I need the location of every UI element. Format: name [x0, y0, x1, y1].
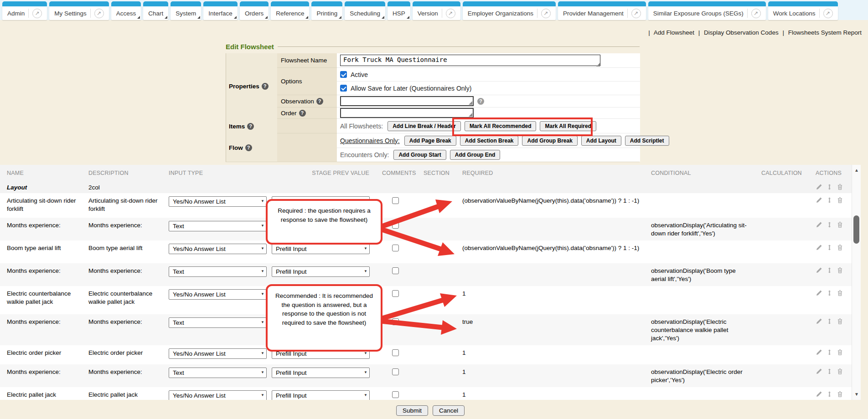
active-checkbox[interactable] [340, 71, 347, 78]
add-flowsheet-link[interactable]: Add Flowsheet [654, 29, 694, 36]
tab-interface[interactable]: Interface [203, 1, 238, 20]
tab-chart[interactable]: Chart [143, 1, 168, 20]
tab-system[interactable]: System [170, 1, 201, 20]
tab-employer-organizations[interactable]: Employer Organizations [463, 1, 556, 20]
flowsheet-name-input[interactable]: Fork Truck MA Questionnaire [340, 55, 600, 66]
input-type-select[interactable]: Text▼ [169, 368, 267, 378]
tab-printing[interactable]: Printing [311, 1, 342, 20]
delete-icon[interactable] [837, 349, 843, 356]
input-type-select[interactable]: Yes/No Answer List▼ [169, 289, 267, 300]
help-icon[interactable] [245, 144, 252, 151]
tab-orders[interactable]: Orders [240, 1, 269, 20]
comments-checkbox[interactable] [392, 318, 399, 325]
add-group-start-button[interactable]: Add Group Start [393, 150, 446, 160]
stage-prev-value-select[interactable]: Prefill Input▼ [272, 368, 370, 378]
table-scrollbar[interactable] [852, 165, 861, 400]
delete-icon[interactable] [837, 290, 843, 296]
questionnaires-only-label[interactable]: Questionnaires Only: [340, 137, 400, 144]
help-icon[interactable] [299, 110, 306, 117]
move-icon[interactable] [827, 368, 832, 375]
external-link-icon[interactable] [446, 9, 455, 18]
external-link-icon[interactable] [541, 9, 551, 18]
edit-icon[interactable] [816, 349, 822, 356]
scroll-down-icon[interactable] [852, 390, 861, 398]
resize-grip-icon[interactable] [596, 63, 600, 66]
add-scriptlet-button[interactable]: Add Scriptlet [625, 136, 669, 146]
cancel-button[interactable]: Cancel [433, 405, 465, 416]
move-icon[interactable] [827, 391, 832, 398]
tab-reference[interactable]: Reference [271, 1, 309, 20]
move-icon[interactable] [827, 197, 832, 204]
edit-icon[interactable] [816, 197, 822, 204]
delete-icon[interactable] [837, 267, 843, 274]
comments-checkbox[interactable] [392, 267, 399, 274]
comments-checkbox[interactable] [392, 349, 399, 356]
comments-checkbox[interactable] [392, 245, 399, 251]
add-group-end-button[interactable]: Add Group End [450, 150, 501, 160]
help-icon[interactable] [247, 123, 254, 130]
edit-icon[interactable] [816, 318, 822, 325]
display-observation-codes-link[interactable]: Display Observation Codes [704, 29, 779, 36]
comments-checkbox[interactable] [392, 391, 399, 398]
external-link-icon[interactable] [751, 9, 761, 18]
edit-icon[interactable] [816, 290, 822, 296]
order-input[interactable] [340, 108, 474, 118]
tab-work-locations[interactable]: Work Locations [768, 1, 838, 20]
edit-icon[interactable] [816, 244, 822, 251]
tab-similar-exposure-groups[interactable]: Similar Exposure Groups (SEGs) [648, 1, 766, 20]
tab-provider-management[interactable]: Provider Management [558, 1, 646, 20]
comments-checkbox[interactable] [392, 368, 399, 375]
tab-my-settings[interactable]: My Settings [49, 1, 109, 20]
flowsheets-system-report-link[interactable]: Flowsheets System Report [788, 29, 862, 36]
input-type-select[interactable]: Text▼ [169, 221, 267, 231]
observation-input[interactable] [340, 96, 474, 106]
comments-checkbox[interactable] [392, 197, 399, 204]
input-type-select[interactable]: Yes/No Answer List▼ [169, 196, 267, 207]
scroll-up-icon[interactable] [852, 166, 861, 174]
add-group-break-button[interactable]: Add Group Break [522, 136, 577, 146]
tab-admin[interactable]: Admin [2, 1, 47, 20]
help-icon[interactable] [477, 98, 484, 105]
input-type-select[interactable]: Yes/No Answer List▼ [169, 348, 267, 359]
tab-version[interactable]: Version [413, 1, 460, 20]
submit-button[interactable]: Submit [396, 405, 428, 416]
add-section-break-button[interactable]: Add Section Break [460, 136, 519, 146]
add-layout-button[interactable]: Add Layout [581, 136, 621, 146]
add-page-break-button[interactable]: Add Page Break [404, 136, 456, 146]
external-link-icon[interactable] [32, 9, 42, 18]
add-line-break-header-button[interactable]: Add Line Break / Header [388, 121, 461, 131]
edit-icon[interactable] [816, 267, 822, 274]
comments-checkbox[interactable] [392, 222, 399, 229]
help-icon[interactable] [316, 98, 323, 105]
scrollbar-thumb[interactable] [853, 215, 859, 244]
tab-hsp[interactable]: HSP [388, 1, 410, 20]
stage-prev-value-select[interactable]: Prefill Input▼ [272, 244, 370, 254]
input-type-select[interactable]: Yes/No Answer List▼ [169, 244, 267, 254]
external-link-icon[interactable] [631, 9, 641, 18]
delete-icon[interactable] [837, 318, 843, 325]
move-icon[interactable] [827, 349, 832, 356]
stage-prev-value-select[interactable]: Prefill Input▼ [272, 266, 370, 277]
edit-icon[interactable] [816, 391, 822, 398]
allow-save-later-checkbox[interactable] [340, 85, 347, 92]
edit-icon[interactable] [816, 184, 822, 190]
move-icon[interactable] [827, 290, 832, 296]
help-icon[interactable] [262, 83, 269, 90]
mark-all-required-button[interactable]: Mark All Required [540, 121, 596, 131]
delete-icon[interactable] [837, 197, 843, 204]
external-link-icon[interactable] [823, 9, 833, 18]
delete-icon[interactable] [837, 368, 843, 375]
delete-icon[interactable] [837, 184, 843, 190]
move-icon[interactable] [827, 184, 832, 190]
tab-access[interactable]: Access [111, 1, 141, 20]
input-type-select[interactable]: Yes/No Answer List▼ [169, 390, 267, 400]
delete-icon[interactable] [837, 221, 843, 228]
move-icon[interactable] [827, 318, 832, 325]
stage-prev-value-select[interactable]: Prefill Input▼ [272, 390, 370, 400]
delete-icon[interactable] [837, 244, 843, 251]
edit-icon[interactable] [816, 368, 822, 375]
input-type-select[interactable]: Text▼ [169, 317, 267, 328]
delete-icon[interactable] [837, 391, 843, 398]
move-icon[interactable] [827, 244, 832, 251]
comments-checkbox[interactable] [392, 290, 399, 297]
